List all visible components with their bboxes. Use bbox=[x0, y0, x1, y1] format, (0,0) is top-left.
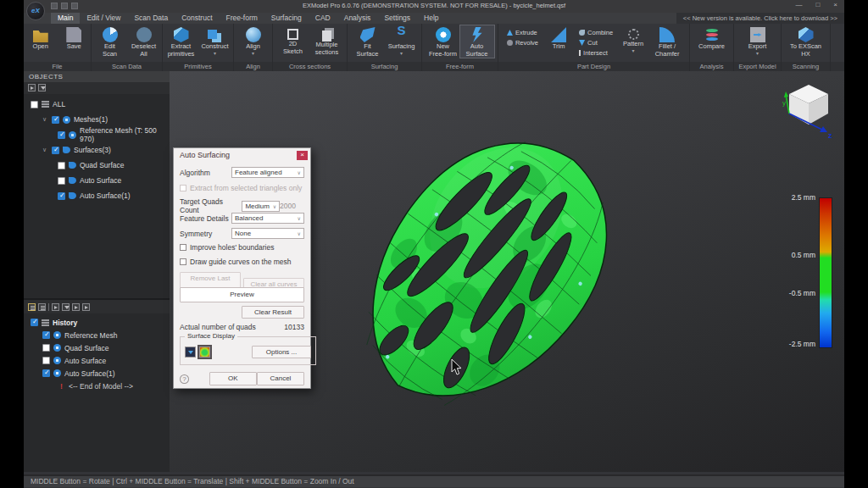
helmet-model[interactable] bbox=[339, 114, 627, 428]
checkbox[interactable] bbox=[42, 357, 50, 364]
history-item-auto-surface[interactable]: Auto Surface bbox=[24, 354, 170, 367]
menu-free-form[interactable]: Free-form bbox=[220, 13, 264, 24]
tree-item-reference-mesh[interactable]: Reference Mesh (T: 500 970) bbox=[24, 127, 170, 142]
maximize-button[interactable]: □ bbox=[815, 1, 820, 8]
tree-item-surfaces[interactable]: ∨ Surfaces(3) bbox=[24, 142, 170, 158]
menu-cad[interactable]: CAD bbox=[309, 13, 337, 24]
surfacing-button[interactable]: Surfacing ▾ bbox=[385, 25, 419, 56]
step-forward-icon[interactable] bbox=[82, 303, 90, 311]
checkbox[interactable] bbox=[58, 162, 65, 169]
extrude-button[interactable]: Extrude bbox=[507, 29, 538, 36]
ribbon-group-export-model: Export ▾ Export Model bbox=[734, 24, 782, 71]
show-all-icon[interactable] bbox=[28, 84, 36, 92]
chevron-down-icon: ∨ bbox=[298, 215, 301, 221]
menu-analysis[interactable]: Analysis bbox=[337, 13, 378, 24]
tree-item-auto-surface[interactable]: Auto Surface bbox=[24, 173, 170, 188]
trim-button[interactable]: Trim bbox=[542, 25, 576, 51]
filter-icon[interactable] bbox=[38, 84, 46, 92]
chevron-expand-icon[interactable]: ∨ bbox=[42, 116, 48, 123]
close-button[interactable]: × bbox=[833, 1, 837, 8]
ok-button[interactable]: OK bbox=[209, 372, 257, 385]
cut-button[interactable]: Cut bbox=[579, 39, 613, 47]
history-item-reference-mesh[interactable]: Reference Mesh bbox=[24, 329, 170, 341]
objects-panel-title: OBJECTS bbox=[24, 71, 170, 82]
tree-view-icon[interactable] bbox=[38, 303, 46, 311]
algorithm-select[interactable]: Feature aligned ∨ bbox=[231, 167, 304, 178]
checkbox[interactable] bbox=[52, 116, 59, 124]
improve-holes-checkbox[interactable]: Improve holes' boundaries bbox=[180, 243, 304, 252]
multiple-sections-button[interactable]: Multiple sections bbox=[310, 25, 344, 56]
dialog-title: Auto Surfacing bbox=[180, 151, 304, 159]
filter-icon[interactable] bbox=[62, 303, 70, 311]
feature-details-select[interactable]: Balanced ∨ bbox=[231, 213, 304, 224]
deselect-all-icon bbox=[136, 27, 152, 42]
2d-sketch-button[interactable]: 2D Sketch bbox=[276, 25, 310, 55]
draw-guide-curves-checkbox[interactable]: Draw guide curves on the mesh bbox=[180, 258, 304, 266]
fillet-chamfer-button[interactable]: Fillet / Chamfer bbox=[650, 25, 684, 58]
symmetry-select[interactable]: None ∨ bbox=[231, 228, 304, 239]
cut-icon bbox=[579, 40, 585, 46]
align-button[interactable]: Align ▾ bbox=[236, 25, 270, 56]
list-view-icon[interactable] bbox=[28, 303, 36, 311]
play-icon[interactable] bbox=[52, 303, 59, 311]
open-button[interactable]: Open bbox=[24, 25, 58, 51]
step-back-icon[interactable] bbox=[72, 303, 80, 311]
revolve-button[interactable]: Revolve bbox=[507, 39, 538, 47]
checkbox[interactable] bbox=[58, 131, 65, 139]
tree-item-all[interactable]: ALL bbox=[24, 97, 170, 112]
tree-item-quad-surface[interactable]: Quad Surface bbox=[24, 158, 170, 173]
menu-scan-data[interactable]: Scan Data bbox=[127, 13, 175, 24]
new-free-form-button[interactable]: New Free-form bbox=[426, 25, 460, 58]
pattern-button[interactable]: Pattern ▾ bbox=[616, 25, 650, 53]
checkbox[interactable] bbox=[31, 319, 38, 326]
history-item-auto-surface-1[interactable]: Auto Surface(1) bbox=[24, 367, 170, 380]
app-logo[interactable]: eX bbox=[26, 2, 45, 20]
clear-result-button[interactable]: Clear Result bbox=[242, 306, 304, 319]
deselect-all-button[interactable]: Deselect All bbox=[127, 25, 161, 58]
history-root[interactable]: History bbox=[24, 316, 170, 329]
menu-construct[interactable]: Construct bbox=[175, 13, 219, 24]
checkbox[interactable] bbox=[52, 147, 59, 154]
tree-item-auto-surface-1[interactable]: Auto Surface(1) bbox=[24, 188, 170, 203]
checkbox[interactable] bbox=[42, 344, 50, 352]
extract-primitives-button[interactable]: Extract primitives bbox=[164, 25, 198, 58]
checkbox[interactable] bbox=[58, 192, 65, 200]
target-quads-select[interactable]: Medium ∨ bbox=[242, 201, 280, 212]
intersect-button[interactable]: Intersect bbox=[579, 49, 613, 57]
construct-button[interactable]: Construct ▾ bbox=[198, 25, 232, 56]
checkbox[interactable] bbox=[42, 331, 50, 339]
ribbon-group-analysis: Compare Analysis bbox=[690, 24, 734, 71]
combine-button[interactable]: Combine bbox=[579, 29, 613, 36]
minimize-button[interactable]: — bbox=[795, 1, 802, 8]
dialog-close-icon[interactable]: × bbox=[297, 151, 308, 160]
menu-edit-view[interactable]: Edit / View bbox=[80, 13, 127, 24]
compare-button[interactable]: Compare bbox=[695, 25, 729, 51]
update-notification-link[interactable]: << New version is available. Click here … bbox=[676, 13, 844, 24]
preview-button[interactable]: Preview bbox=[180, 287, 304, 302]
options-button[interactable]: Options ... bbox=[252, 346, 311, 358]
cancel-button[interactable]: Cancel bbox=[257, 372, 304, 385]
chevron-expand-icon[interactable]: ∨ bbox=[42, 147, 48, 153]
help-icon[interactable]: ? bbox=[180, 374, 189, 384]
view-orientation-cube[interactable]: y z bbox=[782, 81, 836, 139]
surface-display-deviation-swatch[interactable] bbox=[199, 347, 210, 358]
menu-surfacing[interactable]: Surfacing bbox=[264, 13, 309, 24]
checkbox[interactable] bbox=[180, 258, 186, 265]
menu-main[interactable]: Main bbox=[51, 13, 80, 24]
menu-help[interactable]: Help bbox=[417, 13, 445, 24]
edit-scan-button[interactable]: Edit Scan bbox=[93, 25, 127, 58]
checkbox[interactable] bbox=[180, 244, 186, 251]
checkbox[interactable] bbox=[58, 177, 65, 185]
save-button[interactable]: Save bbox=[58, 25, 92, 51]
surface-display-solid-swatch[interactable] bbox=[185, 347, 196, 358]
chevron-down-icon: ∨ bbox=[273, 203, 276, 209]
history-item-quad-surface[interactable]: Quad Surface bbox=[24, 341, 170, 354]
tree-item-meshes[interactable]: ∨ Meshes(1) bbox=[24, 112, 170, 127]
fit-surface-button[interactable]: Fit Surface bbox=[351, 25, 385, 58]
auto-surface-button[interactable]: Auto Surface bbox=[460, 25, 494, 58]
to-exscan-hx-button[interactable]: To EXScan HX bbox=[784, 25, 828, 58]
checkbox[interactable] bbox=[42, 369, 50, 377]
checkbox[interactable] bbox=[31, 101, 38, 108]
axis-z-label: z bbox=[828, 131, 832, 139]
export-button[interactable]: Export ▾ bbox=[741, 25, 775, 56]
